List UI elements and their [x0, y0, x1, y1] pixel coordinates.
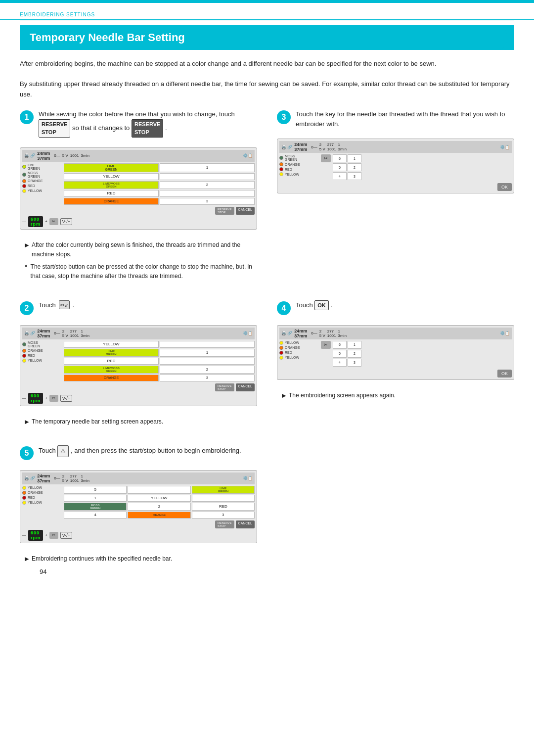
thread-dot-2-yellow — [22, 359, 26, 363]
ms-2-5v-3: 25 V — [319, 142, 325, 151]
thread-dot-5-y1 — [22, 486, 26, 490]
step-2-notes: ▶ The temporary needle bar setting scree… — [25, 417, 257, 429]
machine-screen-5: 🖨️ 🔗 24mm37mm 0— 25 V 2771001 13min ⚙️📋 … — [20, 470, 257, 543]
ms-5c-2 — [128, 486, 190, 494]
machine-screen-4: 🖨️ 🔗 24mm37mm 0— 25 V 2771001 13min ⚙️📋 … — [277, 325, 514, 380]
title-bar: Temporary Needle Bar Setting — [20, 25, 514, 50]
arrow-bullet-2: ▶ — [25, 418, 29, 426]
thread-row-2: MOSSGREEN — [22, 171, 62, 178]
ms-needle-4-6: 6 — [333, 341, 347, 349]
ms-counter-divider: 0— — [54, 153, 60, 158]
thread-label-red: RED — [28, 184, 35, 188]
ms-sep-3: 0— — [311, 145, 317, 149]
divider — [20, 20, 514, 20]
intro-paragraph-1: After embroidering begins, the machine c… — [20, 59, 514, 69]
ms-grid-5: 5 LIMEGREEN 1 YELLOW MOSSGREEN 2 RED 4 O… — [64, 486, 255, 519]
ms-plus-1: + — [45, 219, 47, 224]
ms-body-1: LIMEGREEN MOSSGREEN ORANGE RED — [22, 163, 255, 215]
ms-ok-btn-3: OK — [497, 183, 512, 191]
ms-size-1: 24mm37mm — [37, 151, 50, 161]
ms-c2-2 — [160, 341, 255, 348]
step-3-text: Touch the key for the needle bar threade… — [296, 110, 505, 128]
ms-minus-1: — — [22, 219, 26, 224]
ms-top-bar-3: 🖨️ 🔗 24mm37mm 0— 25 V 2771001 13min ⚙️📋 — [279, 141, 512, 153]
ms-5c-3: LIMEGREEN — [192, 486, 255, 494]
ms-time-3: 13min — [338, 142, 347, 151]
step-1: 1 While sewing the color before the one … — [20, 109, 257, 288]
ms-action-buttons-2: RESERVESTOP CANCEL — [64, 383, 255, 391]
ms-cell-8 — [160, 190, 255, 197]
thread-label-yellow: YELLOW — [28, 189, 42, 192]
intro-paragraph-2: By substituting upper thread already thr… — [20, 79, 514, 100]
ms-5c-6 — [192, 495, 255, 502]
ms-end-3: ⚙️📋 — [500, 145, 510, 149]
step-5-notes: ▶ Embroidering continues with the specif… — [25, 554, 514, 567]
ms-needle-grid-4: 6 1 5 2 4 3 — [333, 341, 361, 367]
ms-5c-10: 4 — [64, 512, 127, 519]
ms-5c-11: ORANGE — [128, 512, 190, 519]
note-1-arrow: ▶ After the color currently being sewn i… — [25, 240, 257, 259]
note-5-text: Embroidering continues with the specifie… — [32, 554, 172, 564]
ms-c2-4: 1 — [160, 349, 255, 357]
ms-top-bar-2: 🖨️ 🔗 24mm37mm 0— 25 V 2771001 13min ⚙️📋 — [22, 328, 255, 339]
thread-dot-3-yellow — [279, 172, 283, 176]
ms-time-4: 13min — [338, 329, 347, 338]
thread-label-5-y1: YELLOW — [28, 486, 42, 489]
ms-cancel-btn-2: CANCEL — [236, 383, 255, 391]
ms-plus-2: + — [45, 396, 47, 400]
thread-row-3-4: YELLOW — [279, 172, 319, 176]
ms-5v-1: 5 V — [62, 153, 68, 158]
thread-label-3-orange: ORANGE — [285, 163, 300, 166]
ms-grid-1: LIMEGREEN 1 YELLOW LIME/MOSSGREEN 2 RED … — [64, 163, 255, 205]
thread-row-2-1: MOSSGREEN — [22, 341, 62, 348]
thread-dot-yellow — [22, 189, 26, 193]
step-4-notes: ▶ The embroidering screen appears again. — [282, 391, 514, 403]
ms-icons-1: 🖨️ 🔗 — [24, 153, 35, 158]
ms-c2-10: 3 — [160, 375, 255, 381]
thread-dot-3-red — [279, 167, 283, 171]
step-1-text-before: While sewing the color before the one th… — [39, 110, 235, 118]
ms-threads-1: LIMEGREEN MOSSGREEN ORANGE RED — [22, 163, 62, 215]
ms-sep-4: 0— — [311, 331, 317, 335]
ms-scissor-icon-5: ✂ — [49, 532, 58, 539]
step-4-header: 4 Touch OK . — [277, 300, 514, 315]
ms-c2-6 — [160, 358, 255, 365]
ms-scissor-4: ✂ — [321, 341, 331, 349]
ms-5c-1: 5 — [64, 486, 127, 494]
ms-threads-3: MOSSGREEN ORANGE RED YELLOW — [279, 154, 319, 191]
ms-end-5: ⚙️📋 — [243, 476, 253, 480]
ms-sep-5: 0— — [54, 476, 60, 480]
note-2-arrow: ▶ The temporary needle bar setting scree… — [25, 417, 257, 426]
ms-c2-9: ORANGE — [64, 375, 159, 381]
ms-stitch-1: 1001 — [70, 153, 79, 158]
step-3-header: 3 Touch the key for the needle bar threa… — [277, 109, 514, 129]
thread-row-4-1: YELLOW — [279, 341, 319, 345]
ms-stitch-3: 2771001 — [327, 142, 336, 151]
ms-time-1: 3min — [81, 153, 89, 158]
ms-c2-1: YELLOW — [64, 341, 159, 348]
ms-right-1: LIMEGREEN 1 YELLOW LIME/MOSSGREEN 2 RED … — [64, 163, 255, 215]
ms-minus-5: — — [22, 533, 26, 537]
ms-reserve-btn-2: RESERVESTOP — [215, 383, 234, 391]
ms-needle-1: 1 — [348, 154, 361, 162]
thread-row-5-3: RED — [22, 496, 62, 500]
ms-right-4: ✂ 6 1 5 2 4 3 OK — [321, 341, 512, 378]
ms-right-2: YELLOW LIMEGREEN 1 RED LIME/MOSSGREEN 2 … — [64, 341, 255, 391]
ok-key: OK — [314, 300, 329, 311]
note-1-bullet-text: The start/stop button can be pressed at … — [31, 262, 257, 281]
ms-5c-9: RED — [192, 503, 255, 511]
thread-label-4-yellow2: YELLOW — [285, 356, 299, 359]
reserve-stop-key-1: RESERVESTOP — [39, 119, 70, 138]
thread-label-lime: LIMEGREEN — [28, 163, 40, 170]
machine-screen-2: 🖨️ 🔗 24mm37mm 0— 25 V 2771001 13min ⚙️📋 … — [20, 325, 257, 406]
ms-end-2: ⚙️📋 — [243, 331, 253, 335]
arrow-bullet-1: ▶ — [25, 241, 29, 259]
ms-scissor-icon: ✂ — [49, 218, 58, 225]
thread-dot-4-yellow2 — [279, 356, 283, 360]
ms-stitch-2: 2771001 — [70, 329, 79, 338]
ms-2-5v-4: 25 V — [319, 329, 325, 338]
ms-rpm-2: 600rpm — [28, 393, 43, 404]
ms-reserve-btn-5: RESERVESTOP — [215, 520, 234, 528]
note-4-arrow: ▶ The embroidering screen appears again. — [282, 391, 514, 400]
step-3-instruction: Touch the key for the needle bar threade… — [296, 109, 514, 129]
